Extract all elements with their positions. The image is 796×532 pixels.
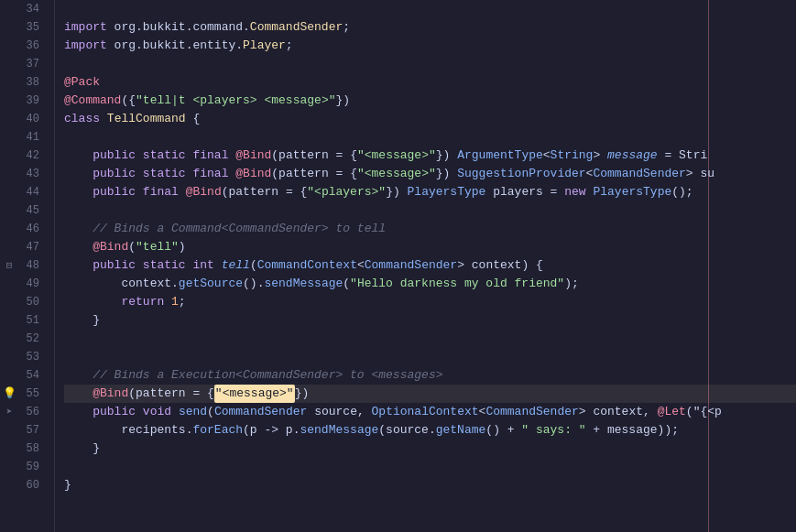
highlighted-message-55: "<message>"	[214, 385, 295, 403]
s1-48	[136, 256, 143, 275]
var-44: players =	[485, 183, 564, 201]
line-num-36: 36	[18, 37, 47, 55]
indent-48	[64, 256, 93, 275]
s-50	[164, 293, 171, 311]
icon-57	[0, 421, 18, 440]
str-42: "<message>"	[357, 147, 436, 165]
code-content[interactable]: import org.bukkit.command.CommandSender;…	[55, 0, 796, 532]
kw-public-43: public	[93, 165, 136, 183]
code-line-44: public final @Bind(pattern = {"<players>…	[64, 183, 796, 201]
s2-44	[179, 183, 186, 201]
icon-43	[0, 165, 18, 183]
str-47: "tell"	[136, 238, 179, 256]
fn-foreach-57: forEach	[192, 421, 243, 440]
line-num-41: 41	[18, 128, 47, 147]
kw-static-43: static	[143, 165, 186, 183]
num-50: 1	[171, 293, 179, 311]
indent-58	[64, 440, 93, 458]
str-49: "Hello darkness my old friend"	[350, 275, 564, 293]
paren2-44: })	[386, 183, 407, 201]
p4-56: > context,	[579, 403, 658, 421]
line-num-54: 54	[18, 366, 47, 385]
line-num-51: 51	[18, 311, 47, 330]
icon-54	[0, 366, 18, 385]
kw-public-48: public	[93, 256, 136, 275]
paren1-55: (pattern = {	[128, 385, 214, 403]
collapse-icon-48[interactable]: ⊟	[6, 260, 13, 271]
paren1-48: (	[250, 256, 257, 275]
s3-48	[214, 256, 222, 275]
code-area: ⊟ 💡 ➤ 34 35 36 37 38 39 40 41	[0, 0, 796, 532]
icon-42	[0, 147, 18, 165]
type2-43: CommandSender	[593, 165, 685, 183]
line-num-58: 58	[18, 440, 47, 458]
type1-56: CommandSender	[214, 403, 307, 421]
code-line-47: @Bind("tell")	[64, 238, 796, 256]
line-num-60: 60	[18, 476, 47, 494]
s2-42	[186, 147, 193, 165]
paren2-42: })	[436, 147, 457, 165]
semi-35: ;	[343, 18, 350, 37]
code-line-45	[64, 201, 796, 220]
kw-public-44: public	[93, 183, 136, 201]
line-num-37: 37	[18, 55, 47, 73]
code-line-54: // Binds a Execution<CommandSender> to <…	[64, 366, 796, 385]
line-num-47: 47	[18, 238, 47, 256]
type-48: CommandContext	[257, 256, 357, 275]
paren2-55: })	[295, 385, 310, 403]
icon-49	[0, 275, 18, 293]
indent-54	[64, 366, 93, 385]
code-line-43: public static final @Bind(pattern = {"<m…	[64, 165, 796, 183]
icon-56: ➤	[0, 403, 18, 421]
icon-58	[0, 440, 18, 458]
type2-42: String	[551, 147, 594, 165]
line-num-44: 44	[18, 183, 47, 201]
line-num-34: 34	[18, 0, 47, 18]
indent-47	[64, 238, 93, 256]
line-numbers: 34 35 36 37 38 39 40 41 42 43 44 45 46 4…	[18, 0, 55, 532]
code-line-50: return 1;	[64, 293, 796, 311]
code-line-57: recipents.forEach(p -> p.sendMessage(sou…	[64, 421, 796, 440]
p3-56: <	[479, 403, 486, 421]
code-editor: ⊟ 💡 ➤ 34 35 36 37 38 39 40 41	[0, 0, 796, 532]
icon-35	[0, 18, 18, 37]
keyword-import-35: import	[64, 18, 107, 37]
line-num-57: 57	[18, 421, 47, 440]
line-num-39: 39	[18, 92, 47, 110]
icon-47	[0, 238, 18, 256]
brace-60: }	[64, 476, 71, 494]
plain-36: org.bukkit.entity.	[107, 37, 243, 55]
kw-class-40: class	[64, 110, 100, 128]
type2-48: CommandSender	[365, 256, 457, 275]
indent-55	[64, 385, 93, 403]
class-name-40: TellCommand	[107, 110, 186, 128]
s2-56	[171, 403, 179, 421]
code-line-42: public static final @Bind(pattern = {"<m…	[64, 147, 796, 165]
paren2-43: })	[436, 165, 457, 183]
kw-static-48: static	[143, 256, 186, 275]
brace-51: }	[93, 311, 100, 330]
line-num-59: 59	[18, 458, 47, 476]
p4-57: + message));	[586, 421, 679, 440]
code-line-37	[64, 55, 796, 73]
p5-56: ("{<p	[686, 403, 722, 421]
fn-getname-57: getName	[436, 421, 486, 440]
icon-37	[0, 55, 18, 73]
kw-public-56: public	[93, 403, 136, 421]
kw-final-44: final	[143, 183, 179, 201]
indent-43	[64, 165, 93, 183]
kw-return-50: return	[121, 293, 164, 311]
line-num-55: 55	[18, 385, 47, 403]
code-line-46: // Binds a Command<CommandSender> to tel…	[64, 220, 796, 238]
indent-50	[64, 293, 121, 311]
str-44: "<players>"	[307, 183, 386, 201]
arrow-icon-56: ➤	[6, 407, 13, 418]
generic-43: <	[586, 165, 594, 183]
indent-44	[64, 183, 93, 201]
icon-48[interactable]: ⊟	[0, 256, 18, 275]
rec-57: recipents.	[121, 421, 192, 440]
s3-42	[228, 147, 235, 165]
icon-50	[0, 293, 18, 311]
kw-new-44: new	[564, 183, 585, 201]
kw-int-48: int	[192, 256, 213, 275]
